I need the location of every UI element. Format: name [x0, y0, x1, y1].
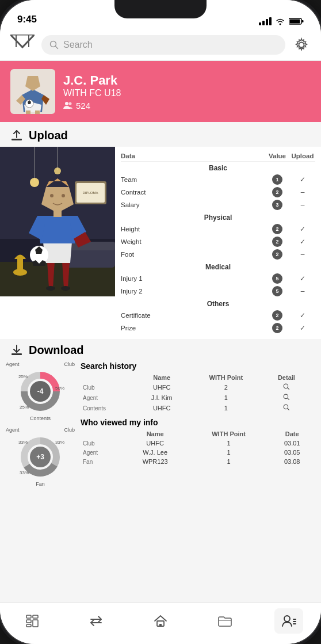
settings-button[interactable]: [292, 36, 311, 54]
section-others: Others: [121, 298, 315, 309]
svg-rect-28: [17, 259, 23, 273]
tab-bar: [0, 603, 321, 644]
svg-point-49: [62, 194, 65, 197]
charts-area: Agent Club -4: [0, 361, 81, 493]
svg-line-66: [287, 409, 289, 410]
section-medical: Medical: [121, 261, 315, 272]
notch: [114, 0, 207, 18]
phone-frame: 9:45: [0, 0, 321, 644]
sh-row: Contents UHFC 1: [81, 403, 308, 413]
row-foot-label: Foot: [121, 251, 265, 258]
row-injury2-value: 5: [272, 286, 282, 296]
row-injury1-label: Injury 1: [121, 275, 265, 282]
row-weight-upload: ✓: [290, 238, 315, 246]
svg-rect-70: [33, 615, 38, 618]
chart2-pct-club: 33%: [55, 440, 64, 445]
search-bar[interactable]: Search: [41, 35, 285, 55]
sh-name-3: UHFC: [136, 403, 188, 413]
svg-point-18: [65, 102, 68, 105]
row-contract-value: 2: [272, 187, 282, 197]
app-logo[interactable]: [10, 35, 35, 55]
svg-rect-75: [159, 624, 162, 626]
profile-info: J.C. Park WITH FC U18 524: [63, 73, 121, 110]
svg-rect-67: [26, 615, 31, 618]
who-viewed-table: Name WITH Point Date Club UHFC 1: [81, 429, 314, 466]
sh-col-type: [81, 373, 136, 382]
chart1-club-label: Club: [64, 361, 75, 367]
tab-profile[interactable]: [274, 608, 303, 634]
row-team-label: Team: [121, 176, 265, 183]
svg-rect-20: [12, 139, 22, 140]
wv-date-1: 03.01: [270, 439, 314, 448]
table-row: Prize 2 ✓: [121, 322, 315, 334]
sh-name-1: UHFC: [136, 382, 188, 393]
chart2-label-bottom: Fan: [6, 481, 75, 487]
sh-detail-3[interactable]: [265, 403, 308, 413]
row-team-value: 1: [272, 174, 282, 185]
table-row: Foot 2 –: [121, 248, 315, 261]
search-history-table: Name WITH Point Detail Club UHFC 2: [81, 373, 308, 413]
svg-point-38: [46, 286, 55, 291]
table-row: Injury 2 5 –: [121, 285, 315, 298]
home-icon: [153, 613, 168, 628]
row-contract-upload: –: [290, 188, 315, 196]
wv-row: Agent W.J. Lee 1 03.05: [81, 448, 314, 457]
nav-bar: Search: [0, 29, 321, 61]
tab-transfer[interactable]: [82, 608, 110, 634]
svg-line-7: [56, 46, 58, 48]
svg-point-39: [61, 286, 70, 291]
wifi-icon: [275, 17, 285, 25]
chart2-labels-top: Agent Club: [6, 427, 75, 433]
table-row: Salary 3 –: [121, 199, 315, 211]
wv-col-type: [81, 429, 123, 439]
phone-screen: 9:45: [0, 0, 321, 644]
col-data: Data: [121, 153, 265, 159]
col-value: Value: [265, 153, 290, 159]
svg-line-64: [287, 398, 289, 400]
row-height-value: 2: [272, 224, 282, 234]
row-contract-label: Contract: [121, 189, 265, 196]
sh-points-2: 1: [188, 393, 265, 403]
row-team-upload: ✓: [290, 176, 315, 184]
chart2-agent-label: Agent: [6, 427, 20, 433]
row-prize-upload: ✓: [290, 324, 315, 332]
table-row: Certificate 2 ✓: [121, 309, 315, 322]
svg-point-8: [299, 42, 304, 47]
row-weight-label: Weight: [121, 238, 265, 245]
sh-points-3: 1: [188, 403, 265, 413]
search-placeholder: Search: [63, 40, 93, 50]
sh-type-1: Club: [81, 382, 136, 393]
wv-points-1: 1: [188, 439, 270, 448]
chart2-center: +3: [30, 447, 51, 467]
sh-detail-2[interactable]: [265, 393, 308, 403]
wv-date-3: 03.08: [270, 457, 314, 466]
svg-rect-68: [26, 620, 31, 623]
followers-count: 524: [76, 101, 90, 110]
svg-point-77: [284, 616, 290, 622]
wv-col-date: Date: [270, 429, 314, 439]
gear-icon: [293, 37, 309, 53]
row-injury1-value: 5: [272, 273, 282, 284]
search-history: Search history Name WITH Point Detail: [81, 361, 314, 413]
download-inner: Agent Club -4: [0, 361, 321, 498]
section-basic: Basic: [121, 162, 315, 173]
row-salary-value: 3: [272, 200, 282, 210]
signal-icon: [259, 17, 272, 25]
upload-title-text: Upload: [29, 129, 68, 142]
followers-icon: [63, 101, 72, 109]
svg-rect-69: [26, 624, 31, 627]
tab-feed[interactable]: [18, 608, 47, 634]
sh-points-1: 2: [188, 382, 265, 393]
sh-detail-1[interactable]: [265, 382, 308, 393]
table-row: Team 1 ✓: [121, 173, 315, 186]
row-injury2-upload: –: [290, 287, 315, 295]
tab-folder[interactable]: [211, 608, 239, 634]
svg-text:DIPLOMA: DIPLOMA: [82, 191, 98, 195]
sh-col-detail: Detail: [265, 373, 308, 382]
tab-home[interactable]: [146, 608, 175, 634]
row-injury2-label: Injury 2: [121, 288, 265, 295]
wv-points-2: 1: [188, 448, 270, 457]
upload-inner: DIPLOMA: [0, 147, 321, 339]
row-cert-value: 2: [272, 310, 282, 321]
transfer-icon: [89, 613, 104, 628]
